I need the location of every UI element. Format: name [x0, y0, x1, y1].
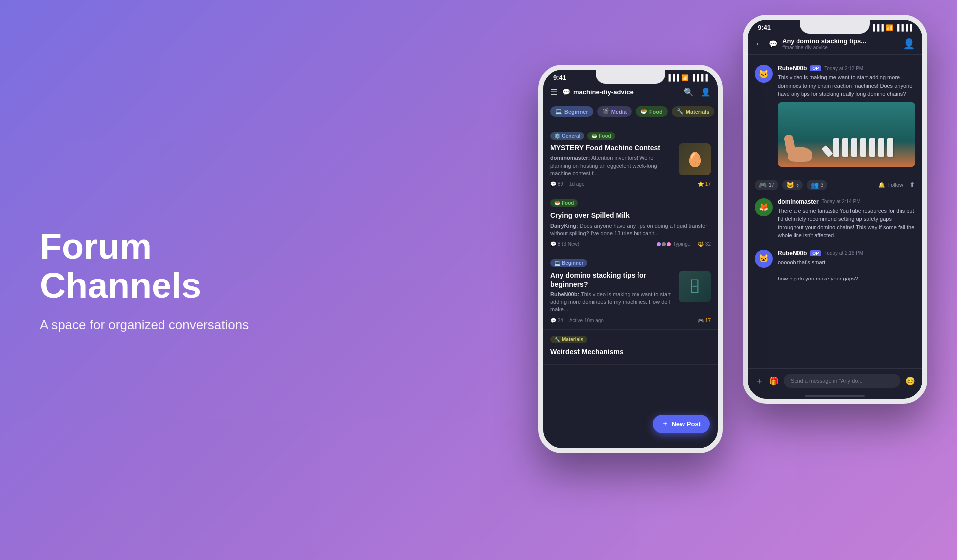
post-content-3: Any domino stacking tips for beginners? … [550, 271, 711, 314]
post-meta-1: 💬 89 1d ago ⭐ 17 [550, 181, 711, 187]
post-spilled-milk[interactable]: 🥗 Food Crying over Spilled Milk DairyKin… [543, 193, 718, 253]
add-icon[interactable]: ＋ [755, 375, 764, 387]
reaction-controller[interactable]: 🎮 17 [755, 180, 778, 190]
dot-3 [667, 242, 671, 246]
search-icon[interactable]: 🔍 [684, 87, 694, 97]
avatar-rubeno0b-2: 🐱 [755, 250, 773, 268]
message-body-1: RubeN00b OP Today at 2:12 PM This video … [778, 65, 915, 167]
wifi-icon-2: 📶 [886, 24, 893, 31]
channel-name-container: 💬 machine-diy-advice [562, 88, 679, 96]
post-time-3: Active 10m ago [569, 318, 604, 323]
food-post-icon-2: 🥗 [554, 200, 560, 206]
post-thumbnail-food [679, 143, 711, 175]
posts-list: ⚙️ General 🥗 Food MYSTERY Food Machine C… [543, 122, 718, 448]
food-tag-label: Food [649, 109, 663, 115]
domino-2 [833, 138, 839, 157]
post-tag-materials-4: 🔧 Materials [550, 336, 587, 343]
message-time-1: Today at 2:12 PM [824, 66, 863, 71]
domino-4 [851, 138, 857, 157]
thread-channel: #machine-diy-advice [782, 45, 898, 50]
follow-button[interactable]: 🔔 Follow [878, 182, 903, 188]
post-text-4: Weirdest Mechanisms [550, 347, 711, 358]
post-weirdest[interactable]: 🔧 Materials Weirdest Mechanisms [543, 330, 718, 365]
domino-image [778, 102, 915, 167]
reaction-count-3: 3 [821, 182, 824, 188]
food-post-label-2: Food [562, 200, 574, 206]
gift-icon[interactable]: 🎁 [769, 376, 779, 386]
score-count-2: 🔱 32 [698, 241, 711, 247]
dot-2 [662, 242, 666, 246]
phone-screen-2: 9:41 ▐▐▐ 📶 ▐▐▐▐ ← 💬 Any domino stacking … [748, 20, 922, 399]
post-mystery-food[interactable]: ⚙️ General 🥗 Food MYSTERY Food Machine C… [543, 126, 718, 193]
hashtag-icon: 💬 [562, 88, 570, 96]
message-body-2: dominomaster Today at 2:14 PM There are … [778, 198, 915, 240]
phone-notch-2 [800, 20, 870, 34]
thread-hashtag-icon: 💬 [769, 40, 777, 48]
post-content-4: Weirdest Mechanisms [550, 347, 711, 358]
reaction-cat[interactable]: 🐱 5 [782, 180, 803, 190]
hamburger-icon[interactable]: ☰ [550, 87, 557, 97]
tags-bar: 💻 Beginner 🎬 Media 🥗 Food 🔧 Materials [543, 101, 718, 122]
tag-food[interactable]: 🥗 Food [636, 106, 668, 117]
post-meta-2: 💬 8 (3 New) Typing... 🔱 32 [550, 241, 711, 247]
domino-scene [778, 102, 915, 167]
signal-icon-2: ▐▐▐ [871, 24, 884, 31]
post-preview-1: dominomaster: Attention inventors! We're… [550, 154, 674, 177]
wifi-icon: 📶 [681, 74, 689, 81]
dot-1 [657, 242, 661, 246]
reaction-emoji-2: 🐱 [786, 181, 794, 189]
beginner-post-label: Beginner [562, 260, 583, 266]
beginner-post-icon: 💻 [554, 260, 560, 266]
post-tags-4: 🔧 Materials [550, 336, 711, 343]
author-rubeno0b-1: RubeN00b [778, 65, 807, 72]
battery-icon-2: ▐▐▐▐ [895, 24, 912, 31]
share-button[interactable]: ⬆ [909, 181, 915, 189]
battery-icon: ▐▐▐▐ [691, 74, 708, 81]
thread-header: ← 💬 Any domino stacking tips... #machine… [748, 33, 922, 55]
thread-title-area: Any domino stacking tips... #machine-diy… [782, 37, 898, 50]
reactions-bar: 🎮 17 🐱 5 👥 3 🔔 Follow ⬆ [748, 177, 922, 193]
general-label: General [562, 133, 580, 139]
domino-1 [821, 145, 833, 157]
back-icon[interactable]: ← [755, 39, 764, 49]
tag-materials[interactable]: 🔧 Materials [672, 106, 715, 117]
food-post-label-1: Food [599, 133, 611, 139]
domino-7 [878, 138, 884, 157]
food-tag-icon: 🥗 [640, 108, 647, 115]
tag-beginner[interactable]: 💻 Beginner [550, 106, 593, 117]
message-time-3: Today at 2:16 PM [824, 250, 863, 256]
status-icons-1: ▐▐▐ 📶 ▐▐▐▐ [666, 74, 708, 81]
post-text-3: Any domino stacking tips for beginners? … [550, 271, 674, 314]
post-text-2: Crying over Spilled Milk DairyKing: Does… [550, 211, 711, 237]
post-domino-tips[interactable]: 💻 Beginner Any domino stacking tips for … [543, 253, 718, 330]
status-time-2: 9:41 [758, 24, 771, 31]
comments-count-1: 💬 89 [550, 181, 563, 187]
post-time-1: 1d ago [569, 181, 585, 187]
typing-text: Typing... [673, 241, 692, 247]
message-text-3: oooooh that's smarthow big do you make y… [778, 258, 915, 283]
page-title: Forum Channels [40, 227, 314, 305]
reaction-count-1: 17 [769, 182, 774, 188]
post-title-3: Any domino stacking tips for beginners? [550, 271, 674, 288]
post-tags-1: ⚙️ General 🥗 Food [550, 132, 711, 140]
stars-count-3: 🎮 17 [698, 318, 711, 323]
messages-list: 🐱 RubeN00b OP Today at 2:12 PM This vide… [748, 55, 922, 368]
message-dominomaster: 🦊 dominomaster Today at 2:14 PM There ar… [748, 193, 922, 245]
tag-media[interactable]: 🎬 Media [597, 106, 632, 117]
author-rubeno0b-2: RubeN00b [778, 250, 807, 257]
status-time-1: 9:41 [553, 74, 566, 81]
new-post-button[interactable]: ＋ New Post [653, 415, 710, 433]
post-meta-3: 💬 24 Active 10m ago 🎮 17 [550, 318, 711, 323]
new-post-label: New Post [671, 420, 701, 428]
reaction-emoji-1: 🎮 [759, 181, 767, 189]
post-title-1: MYSTERY Food Machine Contest [550, 143, 674, 152]
thread-avatar-icon[interactable]: 👤 [903, 38, 915, 50]
stars-count-1: ⭐ 17 [698, 181, 711, 187]
emoji-icon[interactable]: 😊 [905, 376, 915, 386]
reaction-people[interactable]: 👥 3 [807, 180, 828, 190]
message-input[interactable]: Send a message in "Any do..." [784, 374, 900, 388]
reaction-emoji-3: 👥 [811, 181, 819, 189]
profile-icon[interactable]: 👤 [701, 87, 711, 97]
post-title-2: Crying over Spilled Milk [550, 211, 711, 220]
avatar-rubeno0b: 🐱 [755, 65, 773, 83]
